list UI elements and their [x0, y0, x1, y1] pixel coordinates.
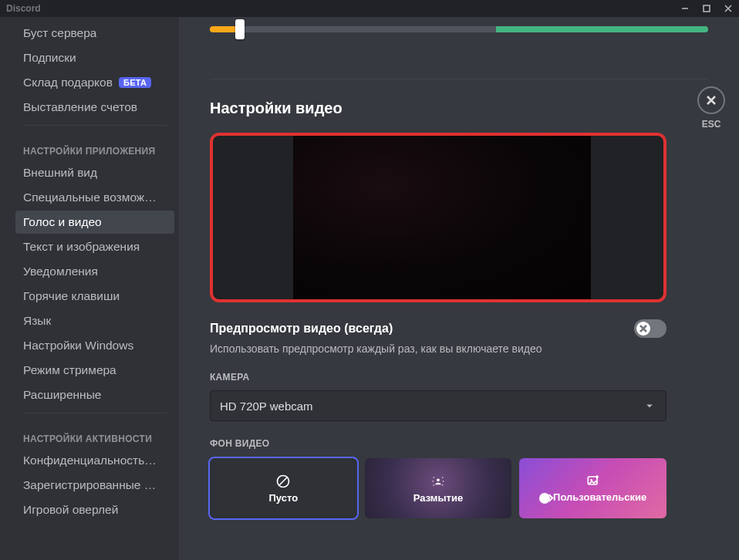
video-preview-frame [210, 133, 666, 302]
toggle-thumb [636, 322, 650, 336]
sidebar-item-text-images[interactable]: Текст и изображения [15, 235, 174, 258]
sidebar-item-server-boost[interactable]: Буст сервера [15, 22, 174, 45]
close-settings-button[interactable] [697, 86, 725, 114]
sidebar-item-windows-settings[interactable]: Настройки Windows [15, 334, 174, 357]
camera-select-value: HD 720P webcam [220, 400, 313, 413]
sidebar-item-accessibility[interactable]: Специальные возмож… [15, 186, 174, 209]
sidebar-divider [23, 413, 167, 413]
background-option-blur[interactable]: Размытие [365, 458, 512, 518]
background-option-label: Пусто [269, 492, 299, 504]
sidebar-item-billing[interactable]: Выставление счетов [15, 96, 174, 119]
sidebar-item-label: Выставление счетов [23, 100, 137, 114]
sidebar-item-label: Буст сервера [23, 26, 96, 40]
svg-point-8 [442, 484, 444, 486]
content-divider [210, 79, 708, 79]
svg-point-4 [442, 477, 444, 478]
sidebar-item-label: Конфиденциальность… [23, 454, 157, 467]
titlebar: Discord [0, 0, 739, 17]
sidebar-divider [23, 125, 167, 126]
add-image-icon [585, 473, 601, 488]
sidebar-item-label: Голос и видео [23, 215, 102, 229]
window-title: Discord [6, 3, 41, 14]
sidebar-item-label: Склад подарков [23, 76, 113, 89]
sidebar-item-label: Настройки Windows [23, 339, 133, 353]
chevron-down-icon [643, 399, 656, 413]
sidebar-item-keybinds[interactable]: Горячие клавиши [15, 285, 174, 308]
svg-point-7 [433, 484, 434, 486]
background-options: Пусто Размытие Пользов [210, 458, 666, 518]
video-preview-feed [293, 136, 591, 299]
sidebar-item-label: Режим стримера [23, 363, 116, 377]
svg-rect-0 [704, 5, 710, 12]
sidebar-item-label: Зарегистрированные … [23, 478, 156, 492]
window-controls [674, 0, 739, 17]
sidebar-header-activity-settings: НАСТРОЙКИ АКТИВНОСТИ [15, 420, 174, 449]
sidebar-item-label: Игровой оверлей [23, 503, 118, 517]
sidebar-item-voice-video[interactable]: Голос и видео [15, 211, 174, 234]
background-field-label: ФОН ВИДЕО [210, 438, 708, 449]
background-option-custom[interactable]: Пользовательские [519, 458, 666, 518]
input-sensitivity-slider[interactable] [210, 17, 708, 48]
svg-point-5 [433, 481, 434, 482]
svg-point-3 [433, 477, 434, 478]
sidebar-item-label: Расширенные [23, 388, 101, 402]
slider-fill-high [496, 26, 708, 32]
nitro-icon [539, 493, 550, 504]
preview-toggle-title: Предпросмотр видео (всегда) [210, 322, 393, 336]
sidebar-item-label: Текст и изображения [23, 240, 140, 254]
sidebar-item-label: Горячие клавиши [23, 289, 120, 303]
sidebar-item-subscriptions[interactable]: Подписки [15, 46, 174, 69]
background-option-none[interactable]: Пусто [210, 458, 357, 518]
blur-icon [430, 474, 446, 489]
sidebar-item-streamer-mode[interactable]: Режим стримера [15, 359, 174, 382]
camera-select[interactable]: HD 720P webcam [210, 390, 666, 421]
sidebar-item-label: Специальные возмож… [23, 191, 157, 204]
none-icon [275, 474, 291, 489]
sidebar-item-registered-games[interactable]: Зарегистрированные … [15, 474, 174, 497]
close-icon [705, 94, 717, 106]
sidebar-item-game-overlay[interactable]: Игровой оверлей [15, 498, 174, 521]
close-esc-group: ESC [697, 86, 725, 130]
sidebar-item-label: Уведомления [23, 265, 98, 278]
background-option-label: Размытие [413, 492, 463, 504]
slider-thumb[interactable] [235, 19, 245, 39]
background-option-label: Пользовательские [539, 491, 646, 504]
sidebar-item-label: Внешний вид [23, 166, 97, 180]
minimize-button[interactable] [674, 0, 696, 17]
svg-point-2 [437, 478, 440, 481]
sidebar-item-notifications[interactable]: Уведомления [15, 260, 174, 283]
sidebar-item-activity-privacy[interactable]: Конфиденциальность… [15, 449, 174, 472]
video-settings-title: Настройки видео [210, 100, 708, 117]
sidebar-item-advanced[interactable]: Расширенные [15, 383, 174, 407]
preview-always-toggle[interactable] [634, 319, 666, 338]
maximize-button[interactable] [696, 0, 717, 17]
camera-field-label: КАМЕРА [210, 372, 708, 383]
sidebar-item-label: Подписки [23, 51, 76, 65]
preview-toggle-desc: Использовать предпросмотр каждый раз, ка… [210, 342, 666, 355]
close-window-button[interactable] [717, 0, 739, 17]
beta-badge: БЕТА [119, 77, 151, 88]
toggle-off-icon [639, 324, 648, 333]
sidebar-item-appearance[interactable]: Внешний вид [15, 161, 174, 184]
sidebar-item-gift-inventory[interactable]: Склад подарков БЕТА [15, 71, 174, 94]
settings-content: ESC Настройки видео Предпросмотр видео (… [179, 17, 739, 560]
settings-sidebar: Буст сервера Подписки Склад подарков БЕТ… [0, 17, 179, 560]
sidebar-item-language[interactable]: Язык [15, 309, 174, 332]
sidebar-item-label: Язык [23, 314, 51, 328]
svg-point-6 [443, 481, 444, 482]
sidebar-header-app-settings: НАСТРОЙКИ ПРИЛОЖЕНИЯ [15, 132, 174, 161]
esc-label: ESC [702, 119, 721, 130]
